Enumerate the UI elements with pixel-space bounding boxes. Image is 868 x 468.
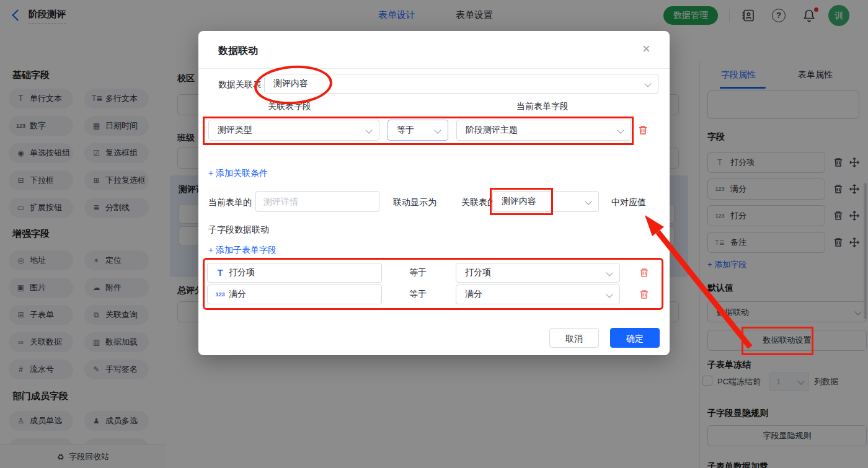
subfield-source[interactable]: 123 满分 bbox=[207, 285, 382, 304]
current-form-field-select[interactable]: 阶段测评主题 bbox=[456, 120, 631, 141]
display-link-text: 联动显示为 bbox=[393, 197, 436, 208]
trash-icon[interactable] bbox=[639, 289, 650, 300]
add-condition-link[interactable]: + 添加关联条件 bbox=[208, 168, 268, 179]
display-table-select[interactable]: 测评内容 bbox=[492, 191, 599, 212]
trash-icon[interactable] bbox=[639, 267, 650, 278]
subfield-linkage-title: 子字段数据联动 bbox=[208, 224, 269, 236]
chevron-down-icon bbox=[606, 269, 613, 276]
field-type-icon: 123 bbox=[214, 291, 226, 298]
add-subform-field-link[interactable]: + 添加子表单字段 bbox=[208, 245, 277, 256]
chevron-down-icon bbox=[585, 198, 591, 205]
chevron-down-icon bbox=[434, 126, 441, 133]
operator-select[interactable]: 等于 bbox=[388, 120, 448, 141]
trash-icon[interactable] bbox=[637, 125, 649, 136]
subfield-target-select[interactable]: 打分项 bbox=[456, 263, 620, 283]
display-table-prefix: 关联表的 bbox=[461, 197, 496, 208]
relation-field-select[interactable]: 测评类型 bbox=[208, 120, 379, 141]
subfield-op: 等于 bbox=[409, 289, 427, 300]
column-header-right: 当前表单字段 bbox=[516, 101, 569, 112]
data-linkage-modal: 数据联动 × 数据关联表 测评内容 关联表字段 当前表单字段 测评类型 等于 阶… bbox=[198, 31, 670, 355]
subfield-target-select[interactable]: 满分 bbox=[456, 285, 620, 304]
chevron-down-icon bbox=[617, 126, 624, 133]
chevron-down-icon bbox=[644, 80, 651, 87]
cancel-button[interactable]: 取消 bbox=[549, 328, 599, 348]
field-type-icon: T bbox=[214, 268, 226, 278]
form-designer-app: 阶段测评 表单设计 表单设置 数据管理 ? 训 ⊘表单外链 ⊡后端脚本 ▦数据权… bbox=[0, 0, 868, 468]
chevron-down-icon bbox=[365, 126, 372, 133]
divider bbox=[198, 68, 670, 69]
subfield-op: 等于 bbox=[409, 267, 427, 278]
subfield-source[interactable]: T 打分项 bbox=[207, 263, 382, 283]
relation-table-label: 数据关联表 bbox=[218, 79, 262, 91]
display-suffix: 中对应值 bbox=[611, 197, 646, 208]
close-icon[interactable]: × bbox=[642, 42, 650, 56]
confirm-button[interactable]: 确定 bbox=[610, 328, 660, 348]
display-field-input[interactable] bbox=[255, 191, 379, 212]
display-prefix: 当前表单的 bbox=[208, 197, 252, 208]
chevron-down-icon bbox=[606, 291, 613, 298]
modal-title: 数据联动 bbox=[218, 45, 258, 58]
column-header-left: 关联表字段 bbox=[268, 101, 311, 112]
relation-table-select[interactable]: 测评内容 bbox=[264, 74, 658, 94]
